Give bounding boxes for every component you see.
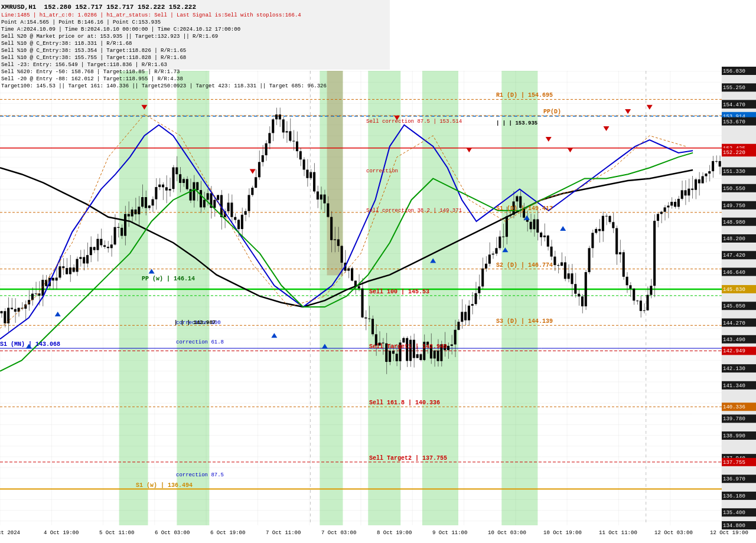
chart-container bbox=[0, 0, 756, 543]
chart-canvas bbox=[0, 0, 756, 543]
